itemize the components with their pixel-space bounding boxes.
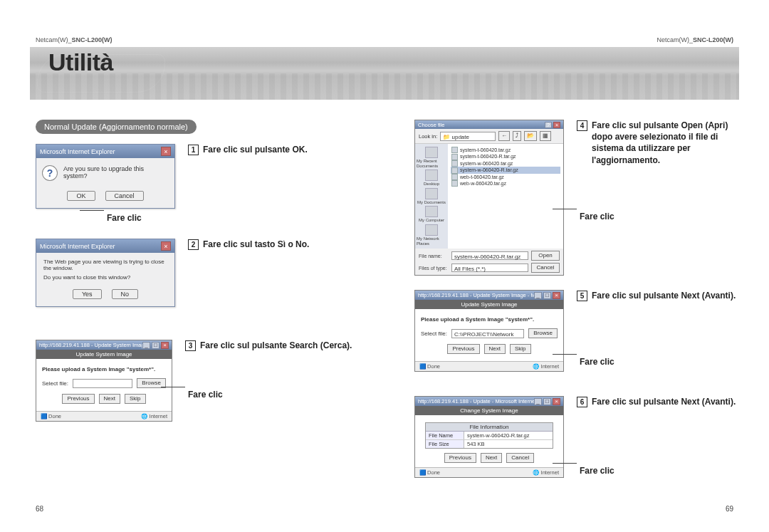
page-header-left: Netcam(W)_SNC-L200(W) — [36, 36, 113, 43]
place-computer[interactable]: My Computer — [417, 206, 446, 223]
minimize-icon[interactable]: _ — [534, 292, 542, 299]
place-documents[interactable]: My Documents — [417, 188, 446, 205]
page-number-right: 69 — [726, 505, 733, 513]
instruction-text: Please upload a System Image "system*". — [42, 366, 166, 372]
step-number: 1 — [188, 145, 199, 155]
close-icon[interactable]: × — [553, 292, 560, 299]
select-file-label: Select file: — [421, 330, 447, 337]
browser-address: http://168.219.41.188 - Update System Im… — [418, 292, 534, 298]
place-network[interactable]: My Network Places — [417, 224, 446, 246]
file-info-title: File Information — [426, 423, 553, 432]
maximize-icon[interactable]: □ — [152, 342, 159, 349]
step-2: Microsoft Internet Explorer × The Web pa… — [36, 239, 377, 307]
previous-button[interactable]: Previous — [62, 394, 94, 404]
status-done: 🟦 Done — [41, 413, 61, 419]
browser-address: http://168.219.41.188 - Update - Microso… — [418, 398, 534, 405]
next-button[interactable]: Next — [99, 394, 120, 404]
skip-button[interactable]: Skip — [510, 344, 531, 354]
question-icon: ? — [42, 165, 58, 181]
filename-input[interactable]: system-w-060420-R.tar.gz — [451, 251, 528, 260]
status-done: 🟦 Done — [419, 469, 440, 476]
file-chooser-dialog: Choose file ?× Look in: 📁 update ← ⤴ 📂 ▦… — [414, 120, 564, 276]
next-button[interactable]: Next — [484, 344, 506, 354]
place-desktop[interactable]: Desktop — [417, 169, 446, 187]
open-button[interactable]: Open — [531, 251, 560, 261]
callout-click: Fare clic — [580, 212, 614, 221]
step-number: 4 — [577, 120, 587, 131]
filesize-label: File Size — [426, 440, 464, 448]
chooser-title: Choose file — [418, 122, 445, 128]
close-icon[interactable]: × — [161, 147, 171, 156]
step-text: Fare clic sul tasto Sì o No. — [203, 239, 309, 250]
file-input[interactable] — [73, 379, 132, 388]
filename-label: File name: — [419, 254, 449, 259]
next-button[interactable]: Next — [481, 453, 502, 463]
filetype-select[interactable]: All Files (*.*) — [451, 264, 528, 272]
close-icon[interactable]: × — [553, 122, 560, 128]
step-5: http://168.219.41.188 - Update System Im… — [414, 290, 742, 372]
minimize-icon[interactable]: _ — [534, 398, 542, 405]
browser-address: http://168.219.41.188 - Update System Im… — [39, 342, 142, 348]
file-item[interactable]: web-w-060420.tar.gz — [451, 180, 560, 187]
step-number: 2 — [188, 239, 199, 250]
mode-pill: Normal Update (Aggiornamento normale) — [36, 120, 197, 134]
lookin-field[interactable]: 📁 update — [440, 132, 496, 141]
filename-value: system-w-060420-R.tar.gz — [464, 432, 553, 439]
maximize-icon[interactable]: □ — [543, 292, 551, 299]
callout-click: Fare clic — [107, 213, 142, 223]
filename-label: File Name — [426, 432, 464, 439]
status-done: 🟦 Done — [419, 363, 440, 370]
filetype-label: Files of type: — [419, 266, 449, 271]
callout-click: Fare clic — [580, 357, 614, 367]
step-4: Choose file ?× Look in: 📁 update ← ⤴ 📂 ▦… — [414, 120, 742, 276]
callout-click: Fare clic — [188, 390, 223, 400]
page-number-left: 68 — [36, 505, 43, 513]
step-6: http://168.219.41.188 - Update - Microso… — [414, 396, 742, 478]
step-number: 3 — [185, 340, 196, 351]
up-icon[interactable]: ⤴ — [513, 131, 521, 141]
browser-subtitle: Update System Image — [36, 350, 172, 359]
status-internet: 🌐 Internet — [141, 413, 167, 419]
dialog-title: Microsoft Internet Explorer — [40, 148, 115, 155]
file-item[interactable]: system-t-060420-R.tar.gz — [451, 153, 560, 160]
cancel-button[interactable]: Cancel — [105, 191, 144, 201]
step-number: 6 — [577, 397, 587, 407]
file-item[interactable]: system-w-060420.tar.gz — [451, 160, 560, 167]
minimize-icon[interactable]: _ — [142, 342, 150, 349]
filesize-value: 543 KB — [464, 440, 553, 448]
banner-title: Utilità — [48, 48, 113, 76]
previous-button[interactable]: Previous — [444, 453, 476, 463]
new-folder-icon[interactable]: 📂 — [524, 131, 537, 141]
lookin-label: Look in: — [419, 133, 437, 140]
file-item[interactable]: system-w-060420-R.tar.gz — [451, 167, 560, 173]
close-icon[interactable]: × — [553, 398, 560, 405]
select-file-label: Select file: — [42, 380, 68, 387]
yes-button[interactable]: Yes — [73, 289, 102, 299]
callout-click: Fare clic — [580, 466, 614, 476]
file-item[interactable]: system-t-060420.tar.gz — [451, 147, 560, 153]
cancel-button[interactable]: Cancel — [506, 453, 534, 463]
maximize-icon[interactable]: □ — [543, 398, 551, 405]
no-button[interactable]: No — [112, 289, 139, 299]
place-recent[interactable]: My Recent Documents — [417, 147, 446, 168]
skip-button[interactable]: Skip — [125, 394, 146, 404]
browser-subtitle: Change System Image — [415, 406, 563, 415]
back-icon[interactable]: ← — [498, 131, 510, 141]
step-text: Fare clic sul pulsante Next (Avanti). — [592, 290, 736, 301]
instruction-text: Please upload a System Image "system*". — [421, 316, 558, 323]
browse-button[interactable]: Browse — [528, 328, 558, 338]
help-icon[interactable]: ? — [545, 122, 552, 128]
view-icon[interactable]: ▦ — [540, 131, 551, 141]
browser-subtitle: Update System Image — [415, 300, 563, 309]
section-banner: Utilità — [30, 47, 739, 100]
file-item[interactable]: web-t-060420.tar.gz — [451, 174, 560, 180]
close-icon[interactable]: × — [161, 241, 171, 251]
close-icon[interactable]: × — [161, 342, 169, 349]
page-header-right: Netcam(W)_SNC-L200(W) — [656, 36, 733, 43]
file-list[interactable]: system-t-060420.tar.gzsystem-t-060420-R.… — [448, 144, 563, 249]
cancel-button[interactable]: Cancel — [531, 263, 560, 273]
dialog-line2: Do you want to close this window? — [43, 274, 167, 281]
previous-button[interactable]: Previous — [447, 344, 479, 354]
file-input[interactable]: C:\\PROJECT\\Network — [451, 329, 524, 338]
ok-button[interactable]: OK — [67, 191, 95, 201]
